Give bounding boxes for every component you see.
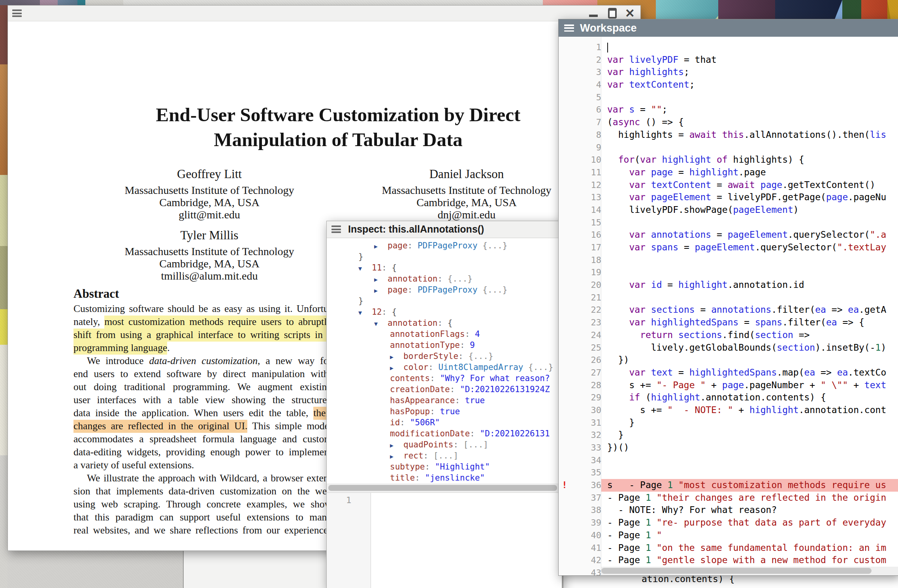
code-text[interactable]: return sections.find(section => xyxy=(601,329,898,342)
highlight-annotation-yellow[interactable]: shift from using a graphical interface t… xyxy=(73,329,332,342)
code-line[interactable]: 17 var spans = pageElement.querySelector… xyxy=(559,241,898,254)
code-text[interactable]: var id = highlight.annotation.id xyxy=(601,279,898,291)
code-text[interactable]: - Page 1 " xyxy=(601,529,898,542)
code-text[interactable]: highlights = await this.allAnnotations()… xyxy=(601,129,898,141)
code-line[interactable]: 35 xyxy=(559,466,898,479)
tree-row[interactable]: } xyxy=(327,251,562,262)
workspace-code-lines[interactable]: 12var livelyPDF = that3var highlights;4v… xyxy=(559,41,898,575)
tree-row[interactable]: ▶borderStyle: {...} xyxy=(327,351,562,362)
code-text[interactable]: - Page 1 "gentle slope with a new method… xyxy=(601,554,898,567)
code-line[interactable]: 16 var annotations = pageElement.querySe… xyxy=(559,229,898,241)
tree-row[interactable]: title: "jenslincke" xyxy=(327,472,562,483)
code-line[interactable]: 41- Page 1 "on the same fundamental foun… xyxy=(559,542,898,554)
code-line[interactable]: 27 var text = highlightedSpans.map(ea =>… xyxy=(559,366,898,379)
inspector-hscrollbar[interactable] xyxy=(327,483,562,492)
code-text[interactable] xyxy=(601,266,898,279)
tree-row[interactable]: annotationType: 9 xyxy=(327,340,562,351)
code-line[interactable]: 11 var page = highlight.page xyxy=(559,166,898,179)
code-text[interactable]: var annotations = pageElement.querySelec… xyxy=(601,229,898,241)
code-line[interactable]: 8 highlights = await this.allAnnotations… xyxy=(559,129,898,141)
code-line[interactable]: 6var s = ""; xyxy=(559,103,898,116)
tree-row[interactable]: ▼11: { xyxy=(327,262,562,273)
code-line[interactable]: 21 xyxy=(559,291,898,304)
code-text[interactable]: lively.getGlobalBounds(section).insetBy(… xyxy=(601,342,898,354)
code-line[interactable]: 1 xyxy=(559,41,898,54)
tree-row[interactable]: ▼12: { xyxy=(327,306,562,317)
code-text[interactable]: s += " - NOTE: " + highlight.annotation.… xyxy=(601,404,898,417)
workspace-editor[interactable]: 12var livelyPDF = that3var highlights;4v… xyxy=(559,37,898,575)
expand-arrow-icon[interactable]: ▶ xyxy=(390,451,403,461)
tree-row[interactable]: creationDate: "D:20210226131924Z xyxy=(327,384,562,395)
code-text[interactable]: - Page 1 "on the same fundamental founda… xyxy=(601,542,898,554)
code-text[interactable]: var textContent; xyxy=(601,79,898,91)
code-line[interactable]: 33})() xyxy=(559,441,898,454)
tree-row[interactable]: contents: "Why? For what reason? xyxy=(327,373,562,384)
tree-row[interactable]: hasAppearance: true xyxy=(327,395,562,406)
code-line[interactable]: 20 var id = highlight.annotation.id xyxy=(559,279,898,291)
tree-row[interactable]: ▶color: Uint8ClampedArray {...} xyxy=(327,362,562,373)
code-text[interactable]: s - Page 1 "most customization methods r… xyxy=(601,479,898,492)
code-text[interactable] xyxy=(601,216,898,229)
code-text[interactable] xyxy=(601,141,898,154)
code-line[interactable]: 37- Page 1 "their changes are reflected … xyxy=(559,492,898,504)
code-line[interactable]: 4var textContent; xyxy=(559,79,898,91)
code-text[interactable] xyxy=(601,454,898,467)
code-line[interactable]: 29 if (highlight.annotation.contents) { xyxy=(559,391,898,404)
tree-row[interactable]: ▶annotation: {...} xyxy=(327,273,562,284)
code-text[interactable]: livelyPDF.showPage(pageElement) xyxy=(601,204,898,216)
pdf-titlebar[interactable]: ✕ xyxy=(8,6,640,21)
tree-row[interactable]: annotationFlags: 4 xyxy=(327,329,562,340)
collapse-arrow-icon[interactable]: ▼ xyxy=(358,263,372,273)
expand-arrow-icon[interactable]: ▶ xyxy=(390,351,403,362)
code-text[interactable]: var textContent = await page.getTextCont… xyxy=(601,179,898,192)
workspace-titlebar[interactable]: Workspace xyxy=(559,19,898,37)
code-line[interactable]: 32 } xyxy=(559,429,898,441)
code-text[interactable] xyxy=(601,41,898,54)
highlight-annotation-orange[interactable]: changes are reflected in the original UI… xyxy=(73,420,247,433)
maximize-icon[interactable] xyxy=(608,8,617,19)
code-line[interactable]: 7(async () => { xyxy=(559,116,898,129)
code-line[interactable]: 38 - NOTE: Why? For what reason? xyxy=(559,504,898,517)
tree-row[interactable]: subtype: "Highlight" xyxy=(327,461,562,472)
code-line[interactable]: 23 var highlightedSpans = spans.filter(e… xyxy=(559,316,898,329)
code-line[interactable]: 40- Page 1 " xyxy=(559,529,898,542)
tree-row[interactable]: ▶rect: [...] xyxy=(327,450,562,461)
tree-row[interactable]: ▶page: PDFPageProxy {...} xyxy=(327,240,562,251)
expand-arrow-icon[interactable]: ▶ xyxy=(374,274,388,284)
highlight-annotation-yellow[interactable]: programming language xyxy=(73,342,167,355)
menu-icon[interactable] xyxy=(564,24,574,32)
minimize-icon[interactable] xyxy=(589,15,598,17)
workspace-hscrollbar[interactable] xyxy=(601,567,898,575)
tree-row[interactable]: ▶page: PDFPageProxy {...} xyxy=(327,284,562,295)
code-text[interactable]: var text = highlightedSpans.map(ea => ea… xyxy=(601,366,898,379)
code-text[interactable]: var highlightedSpans = spans.filter(ea =… xyxy=(601,316,898,329)
tree-row[interactable]: ▶quadPoints: [...] xyxy=(327,439,562,450)
expand-arrow-icon[interactable]: ▶ xyxy=(390,440,403,450)
code-line[interactable]: 34 xyxy=(559,454,898,467)
code-line[interactable]: 28 s += "- Page " + page.pageNumber + " … xyxy=(559,379,898,392)
code-line[interactable]: 31 } xyxy=(559,417,898,429)
collapse-arrow-icon[interactable]: ▼ xyxy=(358,307,372,317)
code-text[interactable]: var livelyPDF = that xyxy=(601,54,898,66)
scrollbar-thumb[interactable] xyxy=(328,485,557,491)
code-line[interactable]: 2var livelyPDF = that xyxy=(559,54,898,66)
code-text[interactable]: var page = highlight.page xyxy=(601,166,898,179)
code-line[interactable]: 22 var sections = annotations.filter(ea … xyxy=(559,304,898,316)
code-text[interactable]: } xyxy=(601,429,898,441)
inspector-window[interactable]: Inspect: this.allAnnotations() ▶page: PD… xyxy=(326,221,562,588)
code-text[interactable] xyxy=(601,466,898,479)
code-line[interactable]: 19 xyxy=(559,266,898,279)
scrollbar-thumb[interactable] xyxy=(601,568,872,574)
expand-arrow-icon[interactable]: ▶ xyxy=(390,363,403,373)
menu-icon[interactable] xyxy=(331,225,341,233)
inspector-editor-pane[interactable]: 1 xyxy=(327,492,562,588)
error-marker-icon[interactable]: ! xyxy=(562,479,567,492)
code-text[interactable] xyxy=(601,291,898,304)
code-text[interactable]: var highlights; xyxy=(601,66,898,79)
code-text[interactable]: }) xyxy=(601,354,898,366)
code-line[interactable]: 10 for(var highlight of highlights) { xyxy=(559,154,898,166)
code-line[interactable]: !36s - Page 1 "most customization method… xyxy=(559,479,898,492)
code-text[interactable]: if (highlight.annotation.contents) { xyxy=(601,391,898,404)
code-line[interactable]: 39- Page 1 "re- purpose that data as par… xyxy=(559,517,898,529)
menu-icon[interactable] xyxy=(12,9,22,17)
